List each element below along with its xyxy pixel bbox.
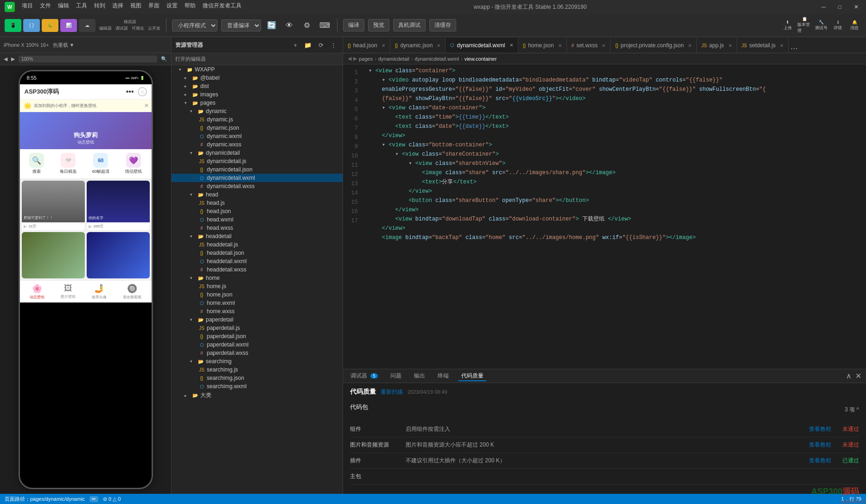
menu-item-ui[interactable]: 界面 xyxy=(148,2,159,12)
item-count[interactable]: 3 项 ^ xyxy=(845,406,859,414)
tree-headdetail-js[interactable]: JS headdetail.js xyxy=(172,240,343,249)
breadcrumb-pages[interactable]: pages xyxy=(359,56,373,62)
card-4[interactable] xyxy=(87,232,150,278)
visualize-icon[interactable]: 📊 xyxy=(60,19,77,32)
breadcrumb-symbol[interactable]: view.container xyxy=(465,56,497,62)
debugger-icon[interactable]: 🐛 xyxy=(42,19,58,32)
panel-close-button[interactable]: ✕ xyxy=(855,372,861,380)
fold-3[interactable]: ▾ xyxy=(382,105,385,111)
menu-item-tools[interactable]: 工具 xyxy=(76,2,87,12)
tree-home-wxml[interactable]: ⬡ home.wxml xyxy=(172,299,343,307)
refresh-tree-button[interactable]: ⟳ xyxy=(316,40,326,50)
tab-setdetail-js[interactable]: JS setdetail.js ✕ xyxy=(737,38,789,53)
tree-head-js[interactable]: JS head.js xyxy=(172,199,343,207)
row-plugin-link[interactable]: 查看教程 xyxy=(809,457,831,465)
tab-dynamicdetail-wxml[interactable]: ⬡ dynamicdetail.wxml ✕ xyxy=(446,38,518,53)
tab-app-js[interactable]: JS app.js ✕ xyxy=(697,38,737,53)
collapse-tree-button[interactable]: ⋮ xyxy=(328,40,339,50)
tree-paperdetail-wxss[interactable]: # paperdetail.wxss xyxy=(172,349,343,357)
forward-button-phone[interactable]: ▶ xyxy=(11,56,15,62)
tree-paperdetail-wxml[interactable]: ⬡ paperdetail.wxml xyxy=(172,340,343,349)
tab-terminal[interactable]: 终端 xyxy=(435,371,452,381)
test-number-icon[interactable]: 🔧 测试号 xyxy=(814,19,828,32)
tree-dist[interactable]: ▸ 📂 dist xyxy=(172,82,343,90)
tab-head-json-close[interactable]: ✕ xyxy=(382,43,385,48)
tree-head-wxss[interactable]: # head.wxss xyxy=(172,224,343,232)
code-editor[interactable]: 1 2 3 4 5 6 7 8 9 10 11 12 13 14 15 16 1… xyxy=(343,64,866,369)
tab-code-quality[interactable]: 代码质量 xyxy=(458,371,486,381)
tab-output[interactable]: 输出 xyxy=(411,371,428,381)
tree-dynamic-wxml[interactable]: ⬡ dynamic.wxml xyxy=(172,132,343,140)
compile-button[interactable]: 编译 xyxy=(343,19,364,32)
tree-home-js[interactable]: JS home.js xyxy=(172,282,343,290)
editor-icon[interactable]: { } xyxy=(23,19,40,32)
home-circle-icon[interactable]: ⊙ xyxy=(138,87,147,96)
tree-dynamic-wxss[interactable]: # dynamic.wxss xyxy=(172,140,343,149)
tab-setdetail-js-close[interactable]: ✕ xyxy=(780,43,783,48)
open-editors-section[interactable]: 打开的编辑器 xyxy=(172,53,343,65)
tree-root-wxapp[interactable]: ▾ 📁 WXAPP xyxy=(172,65,343,74)
tab-set-wxss-close[interactable]: ✕ xyxy=(602,43,605,48)
tab-head-json[interactable]: {} head.json ✕ xyxy=(343,38,390,53)
menu-item-project[interactable]: 项目 xyxy=(22,2,33,12)
tree-headdetail-json[interactable]: {} headdetail.json xyxy=(172,249,343,257)
tree-home[interactable]: ▾ 📂 home xyxy=(172,274,343,282)
tree-dynamicdetail-json[interactable]: {} dynamicdetail.json xyxy=(172,165,343,174)
upload-icon[interactable]: ⬆ 上传 xyxy=(781,19,795,32)
fold-9[interactable]: ▾ xyxy=(408,160,412,167)
tree-paperdetail-js[interactable]: JS paperdetail.js xyxy=(172,324,343,332)
tab-debugger[interactable]: 调试器 5 xyxy=(348,371,381,381)
breadcrumb-dynamicdetail[interactable]: dynamicdetail xyxy=(378,56,409,62)
fold-1[interactable]: ▾ xyxy=(369,68,372,74)
tab-dynamic-json[interactable]: {} dynamic.json ✕ xyxy=(390,38,446,53)
row-media-link[interactable]: 查看教程 xyxy=(809,441,831,449)
tree-searchimg-wxml[interactable]: ⬡ searchimg.wxml xyxy=(172,382,343,391)
tab-dynamicdetail-wxml-close[interactable]: ✕ xyxy=(509,43,513,48)
menu-item-goto[interactable]: 转到 xyxy=(94,2,105,12)
nav-daily[interactable]: ❤ 每日精选 xyxy=(60,153,76,175)
fold-8[interactable]: ▾ xyxy=(395,151,399,158)
tab-home-json-close[interactable]: ✕ xyxy=(558,43,562,48)
code-text[interactable]: ▾ <view class="container"> ▾ <video auto… xyxy=(362,64,866,369)
tree-paperdetail-json[interactable]: {} paperdetail.json xyxy=(172,332,343,340)
tree-paperdetail[interactable]: ▾ 📂 paperdetail xyxy=(172,315,343,324)
window-controls[interactable]: ─ □ ✕ xyxy=(819,3,861,11)
menu-item-settings[interactable]: 设置 xyxy=(166,2,178,12)
panel-collapse-button[interactable]: ∧ xyxy=(846,372,852,380)
bottom-nav-moments[interactable]: 🔘 朋友圈看图 xyxy=(123,284,141,300)
tree-headdetail[interactable]: ▾ 📂 headdetail xyxy=(172,232,343,240)
tree-dynamicdetail[interactable]: ▾ 📂 dynamicdetail xyxy=(172,149,343,157)
fold-7[interactable]: ▾ xyxy=(382,142,385,148)
compile-mode-select[interactable]: 普通编译 xyxy=(221,19,261,32)
hotreload-button[interactable]: 热重载 ▼ xyxy=(53,42,75,49)
row-component-link[interactable]: 查看教程 xyxy=(809,425,831,433)
breadcrumb-nav-forward[interactable]: ▶ xyxy=(353,56,357,62)
maximize-button[interactable]: □ xyxy=(835,3,844,11)
simulator-icon[interactable]: 📱 xyxy=(5,19,21,32)
tree-dynamic[interactable]: ▾ 📂 dynamic xyxy=(172,107,343,115)
nav-couple[interactable]: 💜 情侣壁纸 xyxy=(125,153,142,175)
tree-dynamicdetail-wxss[interactable]: # dynamicdetail.wxss xyxy=(172,182,343,190)
bottom-nav-dynamic[interactable]: 🌸 动态壁纸 xyxy=(30,284,45,300)
bottom-nav-picture[interactable]: 🖼 图片壁纸 xyxy=(61,284,76,300)
more-tabs-button[interactable]: ⋯ xyxy=(790,44,798,53)
tab-project-config-close[interactable]: ✕ xyxy=(688,43,692,48)
new-folder-button[interactable]: 📁 xyxy=(302,40,314,50)
tree-pages[interactable]: ▾ 📂 pages xyxy=(172,99,343,107)
nav-search[interactable]: 🔍 搜索 xyxy=(29,153,44,175)
menu-item-wechat-tools[interactable]: 微信开发者工具 xyxy=(203,2,242,12)
menu-item-select[interactable]: 选择 xyxy=(112,2,123,12)
version-management-icon[interactable]: 📋 版本管理 xyxy=(797,19,811,32)
tree-dynamicdetail-js[interactable]: JS dynamicdetail.js xyxy=(172,157,343,165)
breadcrumb-file[interactable]: dynamicdetail.wxml xyxy=(415,56,459,62)
fold-2[interactable]: ▾ xyxy=(382,77,385,83)
preview-button[interactable]: 预览 xyxy=(368,19,389,32)
cloud-icon[interactable]: ☁ xyxy=(79,19,96,32)
tree-images[interactable]: ▸ 📂 images xyxy=(172,90,343,99)
menu-item-file[interactable]: 文件 xyxy=(40,2,51,12)
tree-searchimg-json[interactable]: {} searchimg.json xyxy=(172,374,343,382)
message-icon[interactable]: 🔔 消息 xyxy=(847,19,861,32)
tree-head-wxml[interactable]: ⬡ head.wxml xyxy=(172,215,343,224)
tree-dynamicdetail-wxml[interactable]: ⬡ dynamicdetail.wxml xyxy=(172,174,343,182)
tree-dynamic-json[interactable]: {} dynamic.json xyxy=(172,124,343,132)
